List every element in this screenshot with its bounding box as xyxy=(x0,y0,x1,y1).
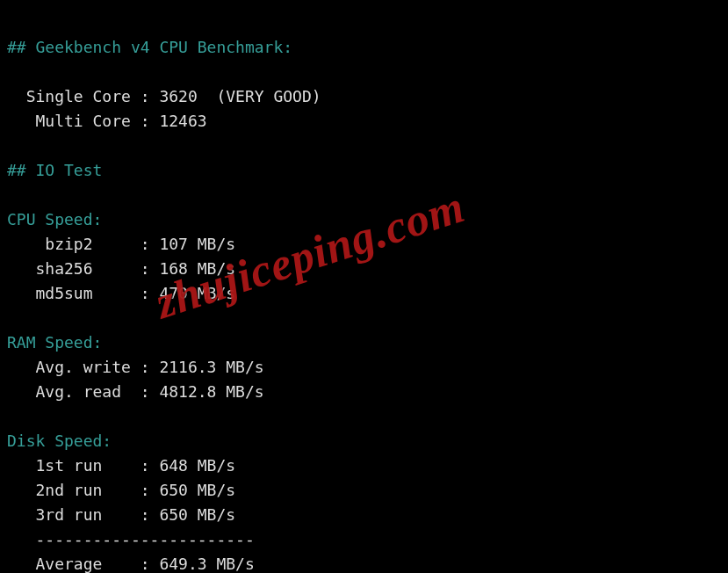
cpu-md5sum-label: md5sum : xyxy=(7,284,159,302)
single-core-value: 3620 (VERY GOOD) xyxy=(159,87,321,105)
disk-run1-label: 1st run : xyxy=(7,456,159,475)
disk-run3-value: 650 MB/s xyxy=(159,505,235,524)
terminal-output: ## Geekbench v4 CPU Benchmark: Single Co… xyxy=(0,0,728,573)
disk-run2-label: 2nd run : xyxy=(7,481,159,499)
cpu-bzip2-value: 107 MB/s xyxy=(159,235,235,253)
cpu-sha256-value: 168 MB/s xyxy=(159,259,235,278)
cpu-sha256-label: sha256 : xyxy=(7,259,159,278)
multi-core-value: 12463 xyxy=(159,112,206,130)
ram-speed-heading: RAM Speed: xyxy=(7,333,102,352)
single-core-label: Single Core : xyxy=(7,87,159,105)
cpu-md5sum-value: 470 MB/s xyxy=(159,284,235,302)
disk-avg-value: 649.3 MB/s xyxy=(159,555,254,573)
ram-write-value: 2116.3 MB/s xyxy=(159,358,263,376)
disk-run2-value: 650 MB/s xyxy=(159,481,235,499)
disk-divider: ----------------------- xyxy=(7,530,255,548)
ram-read-label: Avg. read : xyxy=(7,382,159,401)
disk-run3-label: 3rd run : xyxy=(7,505,159,524)
disk-speed-heading: Disk Speed: xyxy=(7,432,112,450)
geekbench-heading: ## Geekbench v4 CPU Benchmark: xyxy=(7,38,292,56)
cpu-bzip2-label: bzip2 : xyxy=(7,235,159,253)
ram-read-value: 4812.8 MB/s xyxy=(159,382,263,401)
ram-write-label: Avg. write : xyxy=(7,358,159,376)
disk-avg-label: Average : xyxy=(7,555,159,573)
cpu-speed-heading: CPU Speed: xyxy=(7,210,102,228)
disk-run1-value: 648 MB/s xyxy=(159,456,235,475)
multi-core-label: Multi Core : xyxy=(7,112,159,130)
io-test-heading: ## IO Test xyxy=(7,161,102,179)
